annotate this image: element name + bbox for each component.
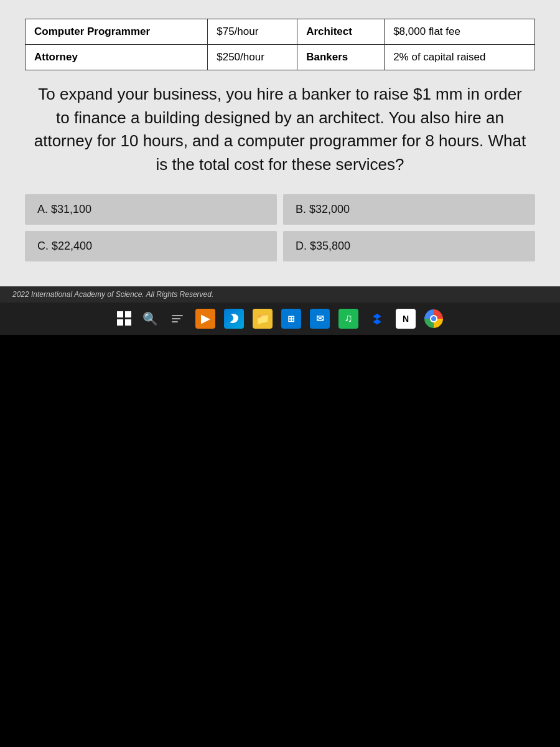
svg-marker-3 [373,314,381,325]
table-row: Attorney $250/hour Bankers 2% of capital… [26,45,535,70]
main-content: Computer Programmer $75/hour Architect $… [0,0,560,286]
search-icon[interactable]: 🔍 [141,309,159,328]
svg-rect-0 [172,315,183,316]
footer-bar: 2022 International Academy of Science. A… [0,286,560,303]
answer-c[interactable]: C. $22,400 [25,231,277,261]
store-icon[interactable]: ⊞ [281,309,301,329]
taskbar: 🔍 ▶ 📁 ⊞ ✉ ♫ N [0,303,560,335]
profession-table: Computer Programmer $75/hour Architect $… [25,19,535,70]
windows-icon[interactable] [117,311,132,326]
file-explorer-icon[interactable]: 📁 [253,309,273,329]
answers-grid: A. $31,100 B. $32,000 C. $22,400 D. $35,… [25,194,535,261]
notion-icon[interactable]: N [396,309,416,329]
cell-attorney: Attorney [26,45,208,70]
cell-architect-rate: $8,000 flat fee [385,19,535,45]
cell-architect: Architect [297,19,385,45]
cell-attorney-rate: $250/hour [208,45,297,70]
chrome-icon[interactable] [424,309,443,328]
cortana-icon[interactable] [168,309,187,328]
spotify-icon[interactable]: ♫ [338,309,358,329]
answer-d[interactable]: D. $35,800 [283,231,535,261]
svg-rect-1 [172,318,180,319]
media-icon[interactable]: ▶ [195,309,215,329]
cell-bankers: Bankers [297,45,385,70]
cell-programmer-rate: $75/hour [208,19,297,45]
cell-computer-programmer: Computer Programmer [26,19,208,45]
desktop-background [0,335,560,747]
question-text: To expand your business, you hire a bank… [25,83,535,177]
footer-text: 2022 International Academy of Science. A… [12,290,213,299]
answer-a[interactable]: A. $31,100 [25,194,277,225]
answer-b[interactable]: B. $32,000 [283,194,535,225]
svg-rect-2 [172,321,178,322]
edge-icon[interactable] [224,309,244,329]
cell-bankers-rate: 2% of capital raised [385,45,535,70]
dropbox-icon[interactable] [367,309,387,329]
table-row: Computer Programmer $75/hour Architect $… [26,19,535,45]
mail-icon[interactable]: ✉ [310,309,330,329]
